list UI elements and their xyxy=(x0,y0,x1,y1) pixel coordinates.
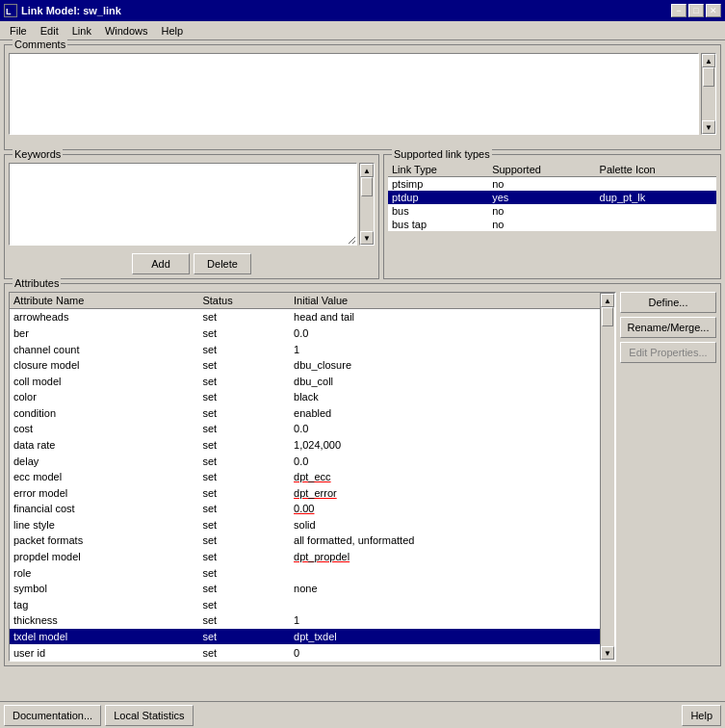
scroll-thumb[interactable] xyxy=(703,67,714,87)
window-title: Link Model: sw_link xyxy=(21,5,121,16)
edit-properties-button[interactable]: Edit Properties... xyxy=(620,342,716,363)
attribute-row[interactable]: costset0.0 xyxy=(10,421,600,437)
attr-scroll-down[interactable]: ▼ xyxy=(601,646,614,660)
comments-scrollbar[interactable]: ▲ ▼ xyxy=(701,53,716,135)
menu-file[interactable]: File xyxy=(4,24,33,38)
keywords-input-area: ▲ ▼ xyxy=(9,163,375,246)
attributes-label: Attributes xyxy=(13,277,61,289)
link-type-row[interactable]: busno xyxy=(388,204,716,218)
attribute-row[interactable]: propdel modelsetdpt_propdel xyxy=(10,549,600,565)
attribute-row[interactable]: closure modelsetdbu_closure xyxy=(10,357,600,374)
attribute-row[interactable]: tagset xyxy=(10,597,600,613)
attribute-row[interactable]: line stylesetsolid xyxy=(10,517,600,533)
attribute-row[interactable]: symbolsetnone xyxy=(10,581,600,597)
scroll-down-btn[interactable]: ▼ xyxy=(702,120,715,134)
keywords-scrollbar[interactable]: ▲ ▼ xyxy=(359,163,375,246)
link-type-row[interactable]: ptdupyesdup_pt_lk xyxy=(388,191,716,204)
keywords-add-button[interactable]: Add xyxy=(132,253,190,274)
help-button[interactable]: Help xyxy=(682,705,721,726)
col-link-type: Link Type xyxy=(388,163,488,177)
menu-link[interactable]: Link xyxy=(66,24,97,38)
svg-text:L: L xyxy=(6,7,12,16)
comments-textarea[interactable] xyxy=(9,53,699,135)
attr-col-name: Attribute Name xyxy=(10,293,198,309)
attr-col-value: Initial Value xyxy=(290,293,600,309)
kw-scroll-down[interactable]: ▼ xyxy=(360,231,374,245)
supported-link-types-section: Supported link types Link Type Supported… xyxy=(383,154,721,279)
attr-scroll-track xyxy=(601,307,614,646)
keywords-buttons: Add Delete xyxy=(9,253,375,274)
attributes-scrollbar[interactable]: ▲ ▼ xyxy=(600,293,615,661)
menu-edit[interactable]: Edit xyxy=(35,24,65,38)
attribute-row[interactable]: data rateset1,024,000 xyxy=(10,437,600,454)
link-type-row[interactable]: bus tapno xyxy=(388,218,716,231)
kw-scroll-up[interactable]: ▲ xyxy=(360,164,374,177)
attributes-table-container: Attribute Name Status Initial Value arro… xyxy=(9,292,616,662)
comments-label: Comments xyxy=(13,39,67,50)
attr-scroll-thumb[interactable] xyxy=(602,307,613,326)
keywords-textarea[interactable] xyxy=(9,163,357,246)
documentation-button[interactable]: Documentation... xyxy=(4,705,101,726)
scroll-up-btn[interactable]: ▲ xyxy=(702,54,715,67)
attribute-row[interactable]: error modelsetdpt_error xyxy=(10,484,600,501)
side-buttons: Define... Rename/Merge... Edit Propertie… xyxy=(620,292,716,662)
attributes-section: Attributes Attribute Name Status Initial… xyxy=(4,283,721,666)
define-button[interactable]: Define... xyxy=(620,292,716,313)
keywords-delete-button[interactable]: Delete xyxy=(194,253,251,274)
attribute-row[interactable]: berset0.0 xyxy=(10,325,600,342)
attribute-row[interactable]: colorsetblack xyxy=(10,389,600,405)
attribute-row[interactable]: arrowheadssethead and tail xyxy=(10,309,600,325)
attribute-row[interactable]: conditionsetenabled xyxy=(10,405,600,422)
attribute-row[interactable]: user idset0 xyxy=(10,644,600,661)
attribute-row[interactable]: roleset xyxy=(10,564,600,581)
link-type-row[interactable]: ptsimpno xyxy=(388,177,716,192)
comments-section: Comments ▲ ▼ xyxy=(4,44,721,150)
attr-scroll-up[interactable]: ▲ xyxy=(601,294,614,307)
attr-col-status: Status xyxy=(198,293,290,309)
local-statistics-button[interactable]: Local Statistics xyxy=(105,705,193,726)
attribute-row[interactable]: thicknessset1 xyxy=(10,612,600,629)
status-bar: Documentation... Local Statistics Help xyxy=(0,701,725,728)
main-content: Comments ▲ ▼ Keywords ▲ xyxy=(0,40,725,701)
keywords-label: Keywords xyxy=(13,148,63,160)
close-button[interactable]: ✕ xyxy=(706,4,721,17)
menu-help[interactable]: Help xyxy=(156,24,190,38)
col-palette-icon: Palette Icon xyxy=(596,163,716,177)
attributes-table: Attribute Name Status Initial Value arro… xyxy=(10,293,600,661)
maximize-button[interactable]: □ xyxy=(688,4,704,17)
minimize-button[interactable]: − xyxy=(671,4,686,17)
attribute-row[interactable]: packet formatssetall formatted, unformat… xyxy=(10,533,600,549)
kw-scroll-thumb[interactable] xyxy=(361,177,373,196)
menu-windows[interactable]: Windows xyxy=(99,24,154,38)
attribute-row[interactable]: coll modelsetdbu_coll xyxy=(10,373,600,389)
attributes-content: Attribute Name Status Initial Value arro… xyxy=(9,292,716,662)
attribute-row[interactable]: delayset0.0 xyxy=(10,453,600,469)
attribute-row[interactable]: ecc modelsetdpt_ecc xyxy=(10,469,600,485)
status-bar-left: Documentation... Local Statistics xyxy=(4,705,194,726)
attribute-row[interactable]: financial costset0.00 xyxy=(10,501,600,517)
col-supported: Supported xyxy=(488,163,595,177)
keywords-section: Keywords ▲ ▼ Add Delete xyxy=(4,154,379,279)
window-controls: − □ ✕ xyxy=(671,4,721,17)
menu-bar: File Edit Link Windows Help xyxy=(0,21,725,40)
app-icon: L xyxy=(4,4,17,17)
link-types-table: Link Type Supported Palette Icon ptsimpn… xyxy=(388,163,716,231)
rename-merge-button[interactable]: Rename/Merge... xyxy=(620,317,716,338)
keywords-supported-row: Keywords ▲ ▼ Add Delete Supported link t… xyxy=(4,154,721,279)
attribute-row[interactable]: txdel modelsetdpt_txdel xyxy=(10,629,600,645)
title-bar: L Link Model: sw_link − □ ✕ xyxy=(0,0,725,21)
attribute-row[interactable]: channel countset1 xyxy=(10,341,600,357)
scroll-track xyxy=(702,67,715,120)
kw-scroll-track xyxy=(360,177,374,231)
supported-link-types-label: Supported link types xyxy=(392,148,492,160)
